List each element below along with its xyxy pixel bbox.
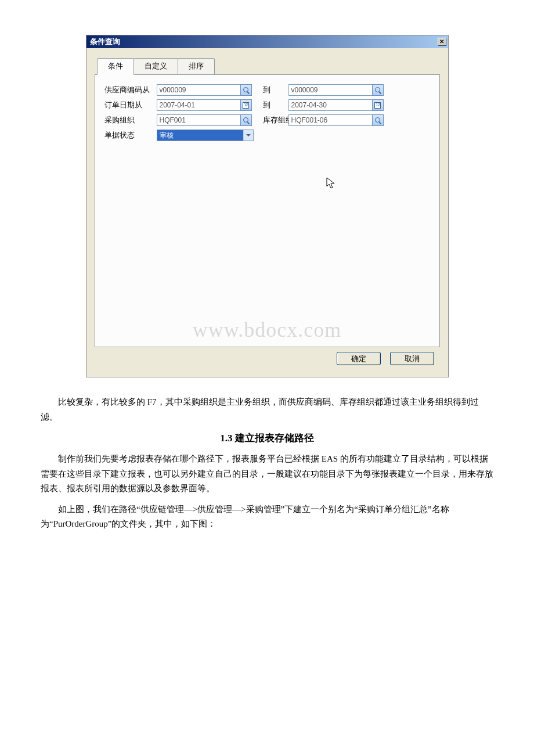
paragraph: 制作前我们先要考虑报表存储在哪个路径下，报表服务平台已经根据 EAS 的所有功能…: [41, 452, 493, 496]
ok-button[interactable]: 确定: [337, 352, 381, 365]
filter-form: 供应商编码从 到 订单日期从 12 到 12 采购组织 库存组织: [104, 84, 430, 141]
calendar-icon: 12: [374, 102, 381, 109]
paragraph: 比较复杂，有比较多的 F7，其中采购组织是主业务组织，而供应商编码、库存组织都通…: [41, 395, 493, 424]
paragraph: 如上图，我们在路径“供应链管理—>供应管理—>采购管理”下建立一个别名为“采购订…: [41, 502, 493, 532]
dialog-title: 条件查询: [90, 37, 120, 47]
chevron-down-icon: [243, 130, 253, 141]
status-select[interactable]: 审核: [157, 129, 254, 141]
cancel-button[interactable]: 取消: [390, 352, 434, 365]
status-value: 审核: [157, 130, 243, 141]
document-body: 比较复杂，有比较多的 F7，其中采购组织是主业务组织，而供应商编码、库存组织都通…: [41, 395, 493, 532]
search-icon: [375, 87, 381, 93]
stock-org-input[interactable]: [288, 114, 373, 126]
query-dialog: 条件查询 ✕ 条件 自定义 排序 供应商编码从 到 订单日期从: [86, 35, 449, 377]
tab-condition[interactable]: 条件: [97, 58, 134, 75]
purchase-org-input[interactable]: [157, 114, 241, 126]
dialog-titlebar: 条件查询 ✕: [86, 35, 448, 48]
supplier-from-label: 供应商编码从: [104, 85, 157, 95]
search-icon: [243, 117, 249, 123]
search-icon: [375, 117, 381, 123]
tab-panel-condition: 供应商编码从 到 订单日期从 12 到 12 采购组织 库存组织: [95, 74, 440, 347]
order-date-to-label: 到: [254, 100, 288, 110]
order-date-from-label: 订单日期从: [104, 100, 157, 110]
calendar-icon: 12: [243, 102, 249, 109]
supplier-from-input[interactable]: [157, 84, 241, 96]
tab-sort[interactable]: 排序: [178, 58, 215, 75]
stock-org-lookup-button[interactable]: [372, 114, 384, 126]
cursor-icon: [326, 177, 337, 190]
supplier-to-lookup-button[interactable]: [372, 84, 384, 96]
section-heading: 1.3 建立报表存储路径: [41, 431, 493, 445]
dialog-footer: 确定 取消: [95, 347, 440, 371]
close-icon: ✕: [439, 39, 444, 45]
watermark-text: www.bdocx.com: [193, 318, 342, 342]
dialog-body: 条件 自定义 排序 供应商编码从 到 订单日期从 12 到 1: [86, 48, 448, 377]
search-icon: [243, 87, 249, 93]
tab-strip: 条件 自定义 排序: [97, 58, 440, 75]
purchase-org-label: 采购组织: [104, 115, 157, 125]
tab-custom[interactable]: 自定义: [134, 58, 178, 75]
stock-org-label: 库存组织: [254, 115, 288, 125]
supplier-from-lookup-button[interactable]: [240, 84, 252, 96]
order-date-to-input[interactable]: [288, 99, 373, 111]
purchase-org-lookup-button[interactable]: [240, 114, 252, 126]
order-date-from-input[interactable]: [157, 99, 241, 111]
supplier-to-label: 到: [254, 85, 288, 95]
close-button[interactable]: ✕: [438, 38, 446, 46]
order-date-to-calendar-button[interactable]: 12: [372, 99, 384, 111]
order-date-from-calendar-button[interactable]: 12: [240, 99, 252, 111]
status-label: 单据状态: [104, 130, 157, 141]
supplier-to-input[interactable]: [288, 84, 373, 96]
